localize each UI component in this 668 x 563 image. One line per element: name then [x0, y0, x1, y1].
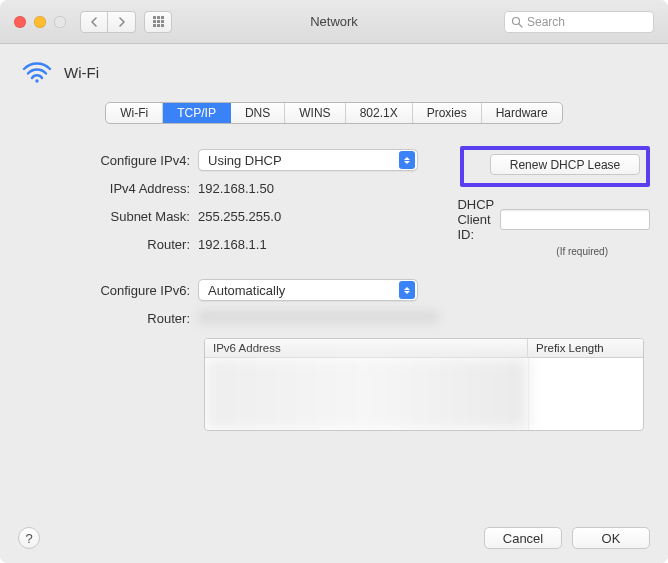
tab-bar: Wi-Fi TCP/IP DNS WINS 802.1X Proxies Har… [105, 102, 562, 124]
tab-tcpip[interactable]: TCP/IP [163, 103, 231, 123]
chevron-updown-icon [399, 151, 415, 169]
chevron-updown-icon [399, 281, 415, 299]
configure-ipv4-label: Configure IPv4: [22, 153, 198, 168]
close-window-button[interactable] [14, 16, 26, 28]
tab-hardware[interactable]: Hardware [482, 103, 562, 123]
grid-icon [153, 16, 164, 27]
forward-button[interactable] [108, 11, 136, 33]
router6-value-redacted [198, 310, 438, 324]
svg-point-2 [35, 79, 38, 82]
configure-ipv4-value: Using DHCP [208, 153, 282, 168]
table-row-redacted [205, 358, 643, 430]
ipv4-address-label: IPv4 Address: [22, 181, 198, 196]
router-label: Router: [22, 237, 198, 252]
nav-buttons [80, 11, 136, 33]
subnet-mask-label: Subnet Mask: [22, 209, 198, 224]
subnet-mask-value: 255.255.255.0 [198, 209, 281, 224]
configure-ipv6-value: Automatically [208, 283, 285, 298]
dhcp-client-id-input[interactable] [500, 209, 650, 230]
back-button[interactable] [80, 11, 108, 33]
ok-button[interactable]: OK [572, 527, 650, 549]
window-title: Network [310, 14, 358, 29]
router6-label: Router: [22, 311, 198, 326]
search-icon [511, 16, 523, 28]
tab-8021x[interactable]: 802.1X [346, 103, 413, 123]
renew-dhcp-lease-button[interactable]: Renew DHCP Lease [490, 154, 640, 175]
search-field[interactable]: Search [504, 11, 654, 33]
configure-ipv4-select[interactable]: Using DHCP [198, 149, 418, 171]
svg-line-1 [519, 24, 522, 27]
minimize-window-button[interactable] [34, 16, 46, 28]
router-value: 192.168.1.1 [198, 237, 267, 252]
col-prefix-length[interactable]: Prefix Length [528, 339, 643, 357]
help-button[interactable]: ? [18, 527, 40, 549]
ipv4-address-value: 192.168.1.50 [198, 181, 274, 196]
tab-wifi[interactable]: Wi-Fi [106, 103, 163, 123]
configure-ipv6-label: Configure IPv6: [22, 283, 198, 298]
ipv6-address-table: IPv6 Address Prefix Length [204, 338, 644, 431]
search-placeholder: Search [527, 15, 565, 29]
wifi-icon [22, 60, 52, 84]
cancel-button[interactable]: Cancel [484, 527, 562, 549]
configure-ipv6-select[interactable]: Automatically [198, 279, 418, 301]
window-controls [14, 16, 66, 28]
col-ipv6-address[interactable]: IPv6 Address [205, 339, 528, 357]
tab-wins[interactable]: WINS [285, 103, 345, 123]
tab-dns[interactable]: DNS [231, 103, 285, 123]
titlebar: Network Search [0, 0, 668, 44]
page-heading: Wi-Fi [64, 64, 99, 81]
renew-lease-highlight: Renew DHCP Lease [460, 146, 650, 187]
svg-point-0 [513, 18, 520, 25]
show-all-button[interactable] [144, 11, 172, 33]
maximize-window-button [54, 16, 66, 28]
table-body[interactable] [205, 358, 643, 430]
if-required-note: (If required) [460, 246, 608, 257]
tab-proxies[interactable]: Proxies [413, 103, 482, 123]
dhcp-client-id-label: DHCP Client ID: [457, 197, 494, 242]
